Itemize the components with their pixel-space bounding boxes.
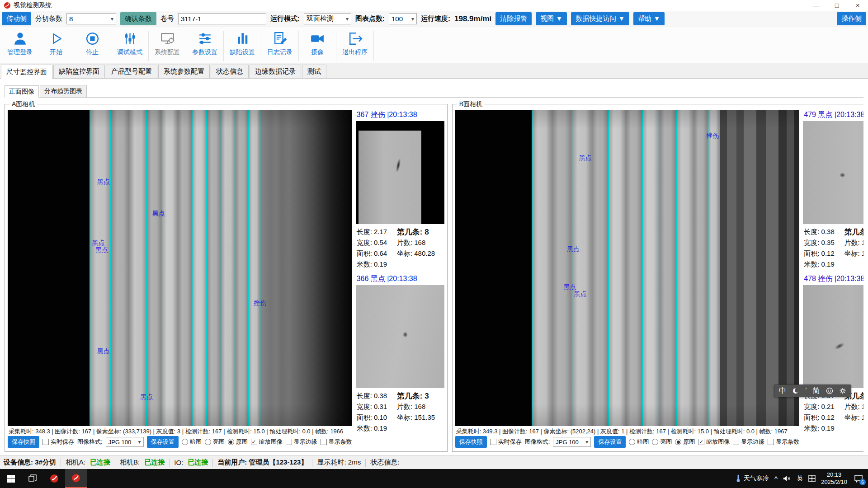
show-count-checkbox[interactable]: 显示条数 [321, 438, 352, 446]
camera-b-label: 相机B: [120, 458, 140, 467]
defect-field: 长度: 0.38 [804, 227, 844, 237]
radio-icon [629, 439, 635, 445]
action-center-button[interactable]: 6 [853, 473, 864, 484]
camera-panels: A面相机 黑点 黑点 黑点 黑点 挫伤 黑点 黑点 [5, 100, 863, 455]
realtime-save-checkbox[interactable]: 实时保存 [42, 438, 74, 446]
format-select[interactable]: JPG 100▾ [553, 437, 591, 447]
save-settings-button[interactable]: 保存设置 [147, 436, 179, 448]
dark-image-radio[interactable]: 暗图 [629, 438, 649, 446]
subtab-distribution-chart[interactable]: 分布趋势图表 [40, 85, 87, 97]
exit-program-button[interactable]: 退出程序 [337, 29, 373, 56]
gear-icon[interactable] [839, 387, 846, 394]
defect-fields: 长度: 0.38第几条: 4 宽度: 0.35片数: 168 面积: 0.12坐… [803, 224, 863, 269]
stats-line-a: 采集耗时: 348.3 | 图像计数: 167 | 像素坐标: (333,713… [8, 426, 352, 435]
start-button[interactable] [0, 469, 22, 488]
defect-thumbnail [356, 121, 444, 224]
ime-mode-toggle[interactable]: 中 [779, 386, 786, 396]
defect-card[interactable]: 479 黑点 |20:13:38 长度: 0.38第几条: 4 宽度: 0.35… [803, 110, 863, 269]
tool-label: 系统配置 [155, 48, 180, 56]
running-app-button[interactable] [65, 469, 87, 488]
realtime-save-checkbox[interactable]: 实时保存 [490, 438, 522, 446]
tool-label: 调试模式 [117, 48, 142, 56]
format-select[interactable]: JPG 100▾ [106, 437, 144, 447]
window-titlebar: 视觉检测系统 — □ × [0, 0, 868, 11]
ime-charset-toggle[interactable]: 简 [813, 386, 820, 396]
checkbox-label: 实时保存 [498, 438, 522, 446]
defect-card[interactable]: 366 黑点 |20:13:38 长度: 0.38第几条: 3 宽度: 0.31… [356, 274, 444, 433]
dark-image-radio[interactable]: 暗图 [182, 438, 202, 446]
chevron-down-icon: ▾ [411, 16, 414, 22]
run-mode-select[interactable]: 双面检测 ▾ [304, 13, 351, 24]
defect-field: 第几条: 8 [397, 227, 444, 237]
view-menu-button[interactable]: 视图 ▼ [536, 12, 567, 25]
tab-status-info[interactable]: 状态信息 [211, 65, 249, 78]
bright-image-radio[interactable]: 亮图 [652, 438, 672, 446]
defect-field: 片数: 168 [844, 238, 863, 248]
debug-mode-button[interactable]: 调试模式 [112, 29, 148, 56]
chart-points-select[interactable]: 100 ▾ [389, 13, 417, 24]
confirm-count-button[interactable]: 确认条数 [120, 12, 156, 25]
tray-expand-chevron[interactable]: ^ [774, 475, 778, 483]
zoom-image-checkbox[interactable]: 缩放图像 [698, 438, 730, 446]
show-edge-checkbox[interactable]: 显示边缘 [733, 438, 764, 446]
tab-defect-monitor[interactable]: 缺陷监控界面 [53, 65, 105, 78]
drive-side-button[interactable]: 传动侧 [2, 12, 31, 25]
speaker-muted-icon[interactable] [783, 475, 791, 482]
minimize-button[interactable]: — [806, 0, 826, 11]
tab-product-model-config[interactable]: 产品型号配置 [106, 65, 157, 78]
close-button[interactable]: × [847, 0, 868, 11]
slit-count-select[interactable]: 8 ▾ [66, 13, 116, 24]
window-title: 视觉检测系统 [14, 1, 52, 9]
params-settings-button[interactable]: 参数设置 [187, 29, 223, 56]
tab-system-params-config[interactable]: 系统参数配置 [158, 65, 210, 78]
clear-alarm-button[interactable]: 清除报警 [495, 12, 532, 25]
weather-widget[interactable]: 天气寒冷 [735, 474, 769, 483]
capture-button[interactable]: 摄像 [299, 29, 335, 56]
log-record-button[interactable]: 日志记录 [262, 29, 298, 56]
ime-grid-icon[interactable] [808, 475, 816, 482]
zoom-image-checkbox[interactable]: 缩放图像 [251, 438, 283, 446]
clock[interactable]: 20:13 2025/2/10 [821, 471, 847, 486]
system-config-icon [159, 30, 176, 47]
film-edge-region-b [720, 110, 799, 426]
original-image-radio[interactable]: 原图 [228, 438, 248, 446]
tab-edge-data-record[interactable]: 边缘数据记录 [250, 65, 301, 78]
system-config-button[interactable]: 系统配置 [149, 29, 185, 56]
original-image-radio[interactable]: 原图 [675, 438, 695, 446]
defect-card-header: 367 挫伤 |20:13:38 [356, 110, 444, 121]
admin-login-button[interactable]: 管理登录 [2, 29, 38, 56]
subtab-front-image[interactable]: 正面图像 [5, 85, 39, 98]
separator [336, 31, 336, 61]
ime-language-indicator[interactable]: 英 [797, 474, 803, 483]
pinned-app-button[interactable] [43, 469, 65, 488]
show-edge-checkbox[interactable]: 显示边缘 [286, 438, 317, 446]
defect-card[interactable]: 367 挫伤 |20:13:38 长度: 2.17第几条: 8 宽度: 0.54… [356, 110, 444, 269]
operator-side-button[interactable]: 操作侧 [837, 12, 866, 25]
maximize-button[interactable]: □ [826, 0, 847, 11]
defect-card[interactable]: 478 挫伤 |20:13:38 长度: 0.57第几条: 3 宽度: 0.21… [803, 274, 863, 433]
save-snapshot-button[interactable]: 保存快照 [455, 436, 487, 448]
help-menu-button[interactable]: 帮助 ▼ [633, 12, 665, 25]
ime-punctuation-toggle[interactable]: ’ [805, 387, 807, 395]
camera-a-label: 相机A: [66, 458, 85, 467]
task-view-button[interactable] [22, 469, 43, 488]
data-access-menu-button[interactable]: 数据快捷访问 ▼ [571, 12, 629, 25]
start-button[interactable]: 开始 [38, 29, 74, 56]
show-count-checkbox[interactable]: 显示条数 [768, 438, 799, 446]
defect-card-header: 478 挫伤 |20:13:38 [803, 274, 863, 285]
defect-marker: 黑点 [97, 347, 110, 356]
tab-size-monitor[interactable]: 尺寸监控界面 [1, 65, 52, 79]
moon-icon[interactable] [792, 387, 799, 394]
defect-settings-button[interactable]: 缺陷设置 [224, 29, 260, 56]
checkbox-icon [321, 439, 327, 445]
defect-marker: 黑点 [95, 246, 108, 254]
save-settings-button[interactable]: 保存设置 [594, 436, 626, 448]
bright-image-radio[interactable]: 亮图 [205, 438, 225, 446]
save-snapshot-button[interactable]: 保存快照 [8, 436, 39, 448]
stop-button[interactable]: 停止 [74, 29, 110, 56]
defect-field: 长度: 0.38 [357, 391, 397, 401]
emoji-icon[interactable] [826, 387, 833, 394]
tool-label: 开始 [50, 48, 62, 56]
roll-number-input[interactable] [178, 13, 266, 24]
tab-test[interactable]: 测试 [302, 65, 326, 78]
